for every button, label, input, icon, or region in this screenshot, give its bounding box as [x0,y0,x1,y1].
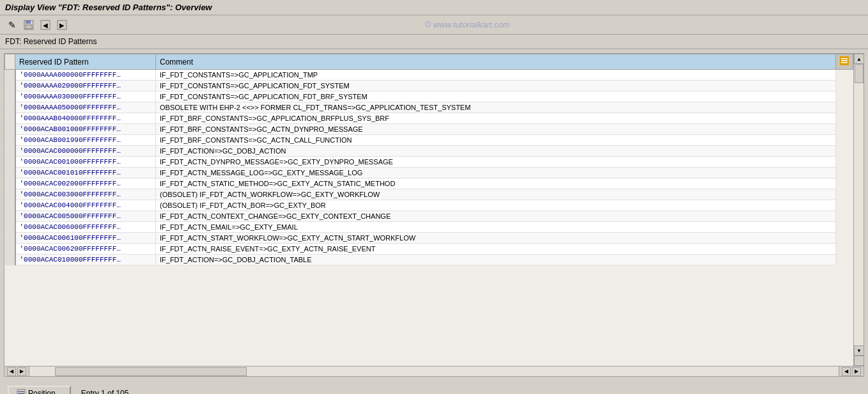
reserved-id-cell: '0000ACAC006200FFFFFFFF… [15,244,156,255]
title-bar: Display View "FDT: Reserved ID Patterns"… [0,0,868,15]
reserved-id-cell: '0000ACAC001000FFFFFFFF… [15,157,156,168]
comment-cell: IF_FDT_ACTN_RAISE_EVENT=>GC_EXTY_ACTN_RA… [156,244,836,255]
table-row[interactable]: '0000ACAB001990FFFFFFFF…IF_FDT_BRF_CONST… [5,135,853,146]
reserved-id-cell: '0000ACAC005000FFFFFFFF… [15,211,156,222]
table-row[interactable]: '0000ACAC001010FFFFFFFF…IF_FDT_ACTN_MESS… [5,168,853,178]
comment-cell: OBSOLETE WITH EHP-2 <<>> FORMER CL_FDT_T… [156,102,836,113]
h-scroll-end-left-btn[interactable]: ◀ [842,367,851,376]
row-check [5,135,15,146]
h-scroll-left-btn[interactable]: ◀ [7,367,16,376]
vertical-scrollbar[interactable]: ▲ ▼ [853,54,864,366]
table-row[interactable]: '0000ACAC001000FFFFFFFF…IF_FDT_ACTN_DYNP… [5,157,853,168]
comment-cell: IF_FDT_ACTN_MESSAGE_LOG=>GC_EXTY_MESSAGE… [156,168,836,178]
row-check [5,168,15,178]
row-check [5,157,15,168]
row-check [5,124,15,135]
svg-rect-2 [26,25,32,29]
back-icon[interactable]: ◀ [38,19,52,31]
comment-cell: IF_FDT_ACTION=>GC_DOBJ_ACTION [156,146,836,157]
toolbar: ✎ ◀ ▶ © www.tutorialkart.com [0,15,868,35]
row-check [5,255,15,265]
row-check [5,244,15,255]
table-row[interactable]: '0000AAAA020000FFFFFFFF…IF_FDT_CONSTANTS… [5,81,853,91]
comment-cell: IF_FDT_BRF_CONSTANTS=>GC_APPLICATION_BRF… [156,113,836,124]
th-reserved-id: Reserved ID Pattern [15,54,156,70]
main-area: Reserved ID Pattern Comment [4,53,864,377]
reserved-id-cell: '0000ACAC000000FFFFFFFF… [15,146,156,157]
svg-rect-8 [841,58,848,59]
table-row[interactable]: '0000ACAC002000FFFFFFFF…IF_FDT_ACTN_STAT… [5,178,853,189]
table-row[interactable]: '0000ACAC000000FFFFFFFF…IF_FDT_ACTION=>G… [5,146,853,157]
h-scroll-thumb[interactable] [55,367,247,376]
comment-cell: IF_FDT_ACTN_DYNPRO_MESSAGE=>GC_EXTY_DYNP… [156,157,836,168]
svg-rect-10 [841,62,848,63]
row-check [5,146,15,157]
table-row[interactable]: '0000ACAB001000FFFFFFFF…IF_FDT_BRF_CONST… [5,124,853,135]
position-btn-label: Position... [28,389,62,394]
table-row[interactable]: '0000ACAC004000FFFFFFFF…(OBSOLET) IF_FDT… [5,200,853,211]
comment-cell: IF_FDT_BRF_CONSTANTS=>GC_ACTN_CALL_FUNCT… [156,135,836,146]
row-check [5,113,15,124]
reserved-id-cell: '0000ACAC001010FFFFFFFF… [15,168,156,178]
pencil-icon[interactable]: ✎ [5,19,19,31]
scroll-down-btn[interactable]: ▼ [854,345,864,356]
reserved-id-cell: '0000ACAC006100FFFFFFFF… [15,233,156,244]
comment-cell: IF_FDT_ACTN_EMAIL=>GC_EXTY_EMAIL [156,222,836,233]
th-settings-icon[interactable] [836,54,853,70]
row-check [5,211,15,222]
save-icon[interactable] [22,19,36,31]
th-comment: Comment [156,54,836,70]
watermark: © www.tutorialkart.com [72,20,863,29]
breadcrumb: FDT: Reserved ID Patterns [0,35,868,49]
reserved-id-cell: '0000AAAA050000FFFFFFFF… [15,102,156,113]
th-check [5,54,15,70]
comment-cell: (OBSOLET) IF_FDT_ACTN_WORKFLOW=>GC_EXTY_… [156,189,836,200]
table-row[interactable]: '0000ACAC006100FFFFFFFF…IF_FDT_ACTN_STAR… [5,233,853,244]
comment-cell: IF_FDT_ACTN_CONTEXT_CHANGE=>GC_EXTY_CONT… [156,211,836,222]
forward-icon[interactable]: ▶ [55,19,69,31]
row-check [5,91,15,102]
entry-info: Entry 1 of 105 [81,389,129,394]
h-scroll-right-btn[interactable]: ▶ [17,367,26,376]
table-row[interactable]: '0000AAAA000000FFFFFFFF…IF_FDT_CONSTANTS… [5,70,853,81]
table-row[interactable]: '0000ACAC005000FFFFFFFF…IF_FDT_ACTN_CONT… [5,211,853,222]
row-check [5,178,15,189]
row-check [5,233,15,244]
position-button[interactable]: Position... [8,386,71,394]
comment-cell: IF_FDT_ACTION=>GC_DOBJ_ACTION_TABLE [156,255,836,265]
svg-rect-9 [841,60,848,61]
reserved-id-cell: '0000ACAC006000FFFFFFFF… [15,222,156,233]
svg-rect-1 [26,20,31,24]
svg-text:▶: ▶ [59,22,65,29]
svg-text:◀: ◀ [43,22,48,29]
row-check [5,189,15,200]
reserved-id-cell: '0000AAAB040000FFFFFFFF… [15,113,156,124]
row-check [5,200,15,211]
comment-cell: IF_FDT_ACTN_START_WORKFLOW=>GC_EXTY_ACTN… [156,233,836,244]
reserved-id-cell: '0000AAAA020000FFFFFFFF… [15,81,156,91]
table-container[interactable]: Reserved ID Pattern Comment [4,54,853,366]
h-scroll-end-right-btn[interactable]: ▶ [852,367,861,376]
svg-rect-12 [18,391,24,392]
comment-cell: IF_FDT_CONSTANTS=>GC_APPLICATION_FDT_BRF… [156,91,836,102]
reserved-id-cell: '0000AAAA000000FFFFFFFF… [15,70,156,81]
row-check [5,222,15,233]
reserved-id-cell: '0000ACAC002000FFFFFFFF… [15,178,156,189]
horizontal-scrollbar[interactable]: ◀ ▶ ◀ ▶ [4,366,864,376]
comment-cell: IF_FDT_BRF_CONSTANTS=>GC_ACTN_DYNPRO_MES… [156,124,836,135]
row-check [5,70,15,81]
table-row[interactable]: '0000AAAA050000FFFFFFFF…OBSOLETE WITH EH… [5,102,853,113]
breadcrumb-text: FDT: Reserved ID Patterns [5,37,97,46]
reserved-id-cell: '0000ACAC003000FFFFFFFF… [15,189,156,200]
scroll-up-btn[interactable]: ▲ [854,54,864,64]
comment-cell: IF_FDT_CONSTANTS=>GC_APPLICATION_TMP [156,70,836,81]
table-row[interactable]: '0000ACAC006200FFFFFFFF…IF_FDT_ACTN_RAIS… [5,244,853,255]
bottom-area: Position... Entry 1 of 105 [0,381,868,394]
table-row[interactable]: '0000ACAC003000FFFFFFFF…(OBSOLET) IF_FDT… [5,189,853,200]
table-row[interactable]: '0000AAAA030000FFFFFFFF…IF_FDT_CONSTANTS… [5,91,853,102]
table-row[interactable]: '0000ACAC006000FFFFFFFF…IF_FDT_ACTN_EMAI… [5,222,853,233]
page-title: Display View "FDT: Reserved ID Patterns"… [5,3,212,12]
reserved-id-cell: '0000ACAB001000FFFFFFFF… [15,124,156,135]
table-row[interactable]: '0000AAAB040000FFFFFFFF…IF_FDT_BRF_CONST… [5,113,853,124]
table-row[interactable]: '0000ACAC010000FFFFFFFF…IF_FDT_ACTION=>G… [5,255,853,265]
